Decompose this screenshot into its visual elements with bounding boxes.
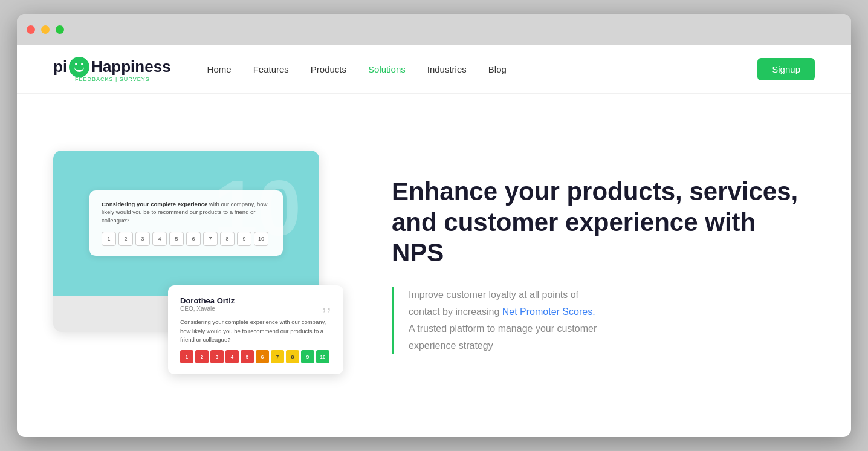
logo[interactable]: pi Happiness FEEDBACKS | SURVEYS (53, 57, 171, 82)
logo-pi-text: pi (53, 57, 67, 76)
survey-scale: 1 2 3 4 5 6 7 8 9 10 (102, 232, 271, 246)
scale-10[interactable]: 10 (254, 232, 268, 246)
laptop-screen: 10 Considering your complete experience … (53, 151, 319, 296)
survey-question: Considering your complete experience wit… (102, 200, 271, 224)
mockup-area: 10 Considering your complete experience … (53, 151, 355, 380)
testimonial-title: CEO, Xavale (180, 305, 235, 312)
nav-links: Home Features Products Solutions Industr… (207, 64, 758, 74)
scale-9[interactable]: 9 (237, 232, 251, 246)
nps-1[interactable]: 1 (180, 350, 193, 363)
logo-face-icon (69, 57, 89, 77)
testimonial-text: Considering your complete experience wit… (180, 318, 331, 344)
scale-5[interactable]: 5 (169, 232, 184, 246)
quote-icon: ,, (322, 296, 331, 313)
hero-body-wrap: Improve customer loyalty at all points o… (392, 287, 815, 354)
nps-5[interactable]: 5 (241, 350, 254, 363)
scale-1[interactable]: 1 (102, 232, 116, 246)
highlight-nps: Net Promoter Scores. (502, 307, 595, 317)
scale-3[interactable]: 3 (135, 232, 150, 246)
hero-headline: Enhance your products, services, and cus… (392, 177, 815, 268)
scale-4[interactable]: 4 (152, 232, 167, 246)
testimonial-header: Dorothea Ortiz CEO, Xavale ,, (180, 296, 331, 313)
scale-8[interactable]: 8 (220, 232, 235, 246)
scale-6[interactable]: 6 (186, 232, 201, 246)
nav-solutions[interactable]: Solutions (368, 64, 406, 74)
nps-scale-colored: 1 2 3 4 5 6 7 8 9 10 (180, 350, 331, 363)
testimonial-card: Dorothea Ortiz CEO, Xavale ,, Considerin… (168, 285, 343, 374)
nps-3[interactable]: 3 (210, 350, 224, 363)
logo-happiness-text: Happiness (91, 57, 171, 76)
browser-titlebar (17, 14, 851, 45)
nav-products[interactable]: Products (311, 64, 346, 74)
navbar: pi Happiness FEEDBACKS | SURVEYS Home Fe… (17, 45, 851, 94)
nav-blog[interactable]: Blog (488, 64, 507, 74)
nps-10[interactable]: 10 (316, 350, 329, 363)
nps-2[interactable]: 2 (195, 350, 209, 363)
nps-4[interactable]: 4 (225, 350, 239, 363)
hero-divider (392, 287, 394, 354)
scale-2[interactable]: 2 (118, 232, 133, 246)
browser-content: pi Happiness FEEDBACKS | SURVEYS Home Fe… (17, 45, 851, 437)
logo-subtitle: FEEDBACKS | SURVEYS (75, 76, 171, 82)
signup-button[interactable]: Signup (757, 58, 815, 80)
close-button[interactable] (27, 25, 35, 34)
nav-industries[interactable]: Industries (427, 64, 467, 74)
hero-body-text: Improve customer loyalty at all points o… (409, 287, 597, 354)
survey-card: Considering your complete experience wit… (89, 190, 283, 256)
hero-section: 10 Considering your complete experience … (17, 94, 851, 437)
nav-features[interactable]: Features (253, 64, 289, 74)
testimonial-name: Dorothea Ortiz (180, 296, 235, 305)
nps-7[interactable]: 7 (271, 350, 284, 363)
maximize-button[interactable] (56, 25, 64, 34)
nav-home[interactable]: Home (207, 64, 232, 74)
nps-8[interactable]: 8 (286, 350, 299, 363)
hero-copy: Enhance your products, services, and cus… (392, 177, 815, 354)
minimize-button[interactable] (41, 25, 50, 34)
scale-7[interactable]: 7 (203, 232, 218, 246)
nps-6[interactable]: 6 (256, 350, 269, 363)
nps-9[interactable]: 9 (301, 350, 314, 363)
browser-window: pi Happiness FEEDBACKS | SURVEYS Home Fe… (17, 14, 851, 437)
